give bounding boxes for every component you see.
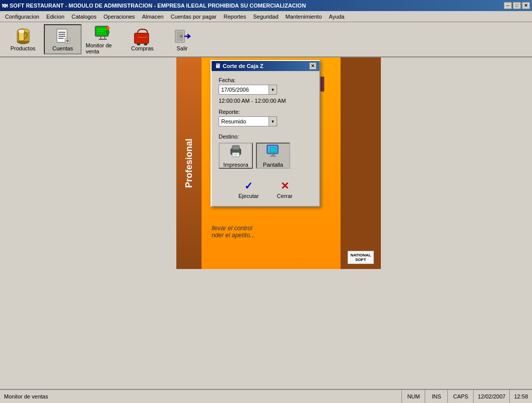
bg-profesional-text: Profesional [176,57,202,269]
fecha-row: 17/05/2006 ▼ [219,85,312,95]
toolbar-salir-label: Salir [176,45,187,51]
dialog-close-button[interactable]: ✕ [309,62,316,70]
menu-cuentas-por-pagar[interactable]: Cuentas por pagar [168,13,220,21]
cerrar-button[interactable]: ✕ Cerrar [274,179,296,200]
cerrar-label: Cerrar [277,193,293,199]
fecha-dropdown-arrow[interactable]: ▼ [269,85,277,95]
title-bar: 🍽 SOFT RESTAURANT - MODULO DE ADMINISTRA… [0,0,532,11]
svg-rect-34 [232,153,239,157]
dialog-title-bar: 🖥 Corte de Caja Z ✕ [212,61,319,71]
x-icon: ✕ [281,180,289,192]
toolbar-compras[interactable]: Compras [123,24,161,54]
num-indicator: NUM [402,390,425,403]
toolbar-cuentas-label: Cuentas [52,45,73,51]
svg-point-30 [180,35,182,37]
window-title: SOFT RESTAURANT - MODULO DE ADMINISTRACI… [10,3,306,9]
dialog-app-icon: 🖥 [215,62,221,70]
svg-rect-41 [270,156,276,157]
main-area: Profesional T llevar el control nder el … [0,57,532,370]
pantalla-button[interactable]: Pantalla [256,143,290,169]
status-message: Monitor de ventas [0,390,402,403]
menu-edicion[interactable]: Edicion [43,13,68,21]
menu-ayuda[interactable]: Ayuda [326,13,348,21]
svg-rect-33 [232,146,239,150]
reporte-select[interactable]: Resumido [219,116,269,126]
toolbar-monitor[interactable]: Monitor de venta [84,24,121,54]
app-icon: 🍽 [2,3,8,9]
toolbar-productos[interactable]: Productos [4,24,42,54]
menu-operaciones[interactable]: Operaciones [101,13,138,21]
menu-configuracion[interactable]: Configuracion [2,13,42,21]
pantalla-label: Pantalla [263,162,283,168]
national-badge: NATIONALSOFT [348,251,374,264]
reporte-row: Resumido ▼ [219,116,312,126]
title-bar-controls: ─ □ ✕ [504,2,530,9]
reporte-dropdown-arrow[interactable]: ▼ [269,116,277,126]
bg-right: NATIONALSOFT [341,57,381,269]
toolbar-cuentas[interactable]: Cuentas [44,24,82,54]
toolbar-productos-label: Productos [11,45,36,51]
status-date: 12/02/2007 [474,390,510,403]
svg-rect-24 [135,33,149,43]
caps-indicator: CAPS [448,390,474,403]
menu-almacen[interactable]: Almacen [139,13,167,21]
bg-slogan: llevar el control nder el apetito... [212,225,255,239]
reporte-label: Reporte: [219,109,312,115]
fecha-label: Fecha: [219,77,312,83]
check-icon: ✓ [244,180,253,192]
toolbar-compras-label: Compras [131,45,154,51]
status-time: 12:58 [510,390,532,403]
productos-icon [14,27,32,45]
dialog-corte-caja: 🖥 Corte de Caja Z ✕ Fecha: 17/05/2006 ▼ … [211,60,320,207]
action-buttons: ✓ Ejecutar ✕ Cerrar [219,177,312,200]
svg-point-37 [238,150,239,152]
svg-point-22 [106,27,109,30]
title-bar-left: 🍽 SOFT RESTAURANT - MODULO DE ADMINISTRA… [2,3,306,9]
monitor-icon [94,24,112,42]
dialog-title-text: Corte de Caja Z [223,63,263,69]
menu-seguridad[interactable]: Seguridad [250,13,281,21]
svg-rect-40 [272,154,275,156]
ins-indicator: INS [425,390,448,403]
compras-icon [134,27,152,45]
menu-bar: Configuracion Edicion Catalogos Operacio… [0,11,532,22]
time-range: 12:00:00 AM - 12:00:00 AM [219,98,312,104]
svg-rect-42 [270,148,276,152]
ejecutar-button[interactable]: ✓ Ejecutar [235,179,261,200]
maximize-button[interactable]: □ [513,2,521,9]
dialog-body: Fecha: 17/05/2006 ▼ 12:00:00 AM - 12:00:… [212,71,319,206]
cuentas-icon [54,27,72,45]
pantalla-icon [266,144,280,160]
status-bar: Monitor de ventas NUM INS CAPS 12/02/200… [0,389,532,403]
impresora-button[interactable]: Impresora [219,143,253,169]
impresora-icon [229,144,243,160]
svg-rect-6 [19,30,24,33]
status-datetime: 12/02/2007 12:58 [474,390,532,403]
menu-mantenimiento[interactable]: Mantenimiento [283,13,325,21]
menu-reportes[interactable]: Reportes [221,13,249,21]
minimize-button[interactable]: ─ [504,2,512,9]
toolbar-salir[interactable]: Salir [163,24,201,54]
menu-catalogos[interactable]: Catalogos [69,13,100,21]
impresora-label: Impresora [223,162,248,168]
salir-icon [173,27,191,45]
ejecutar-label: Ejecutar [238,193,258,199]
close-window-button[interactable]: ✕ [522,2,530,9]
toolbar: Productos Cuentas [0,22,532,57]
destino-label: Destino: [219,133,312,140]
destino-buttons: Impresora Pantalla [219,143,312,169]
fecha-input[interactable]: 17/05/2006 [219,85,269,95]
svg-point-23 [106,31,109,34]
toolbar-monitor-label: Monitor de venta [86,42,119,54]
